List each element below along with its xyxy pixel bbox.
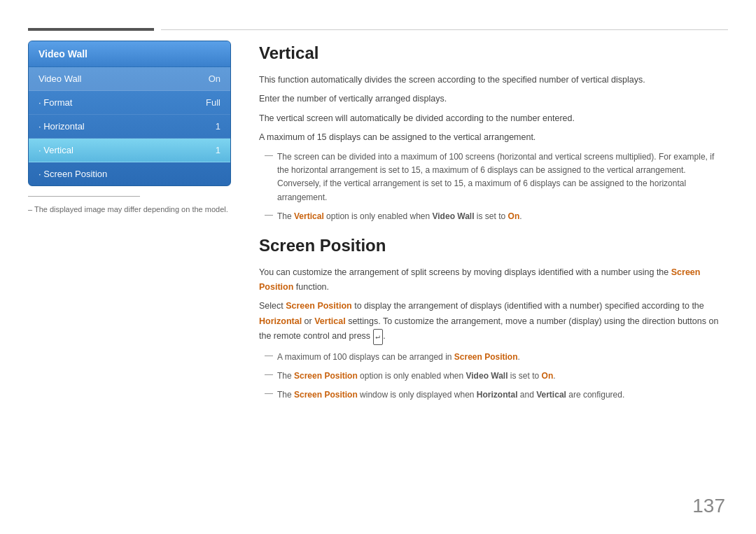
screenpos-note-c-content: The Screen Position window is only displ… [277, 388, 624, 402]
on-keyword2: On [542, 371, 554, 381]
menu-item-format[interactable]: · Format Full [29, 91, 230, 115]
screenpos-note-keyword: Screen Position [454, 352, 518, 362]
vertical-note1: — The screen can be divided into a maxim… [259, 150, 728, 204]
menu-item-vertical-label: · Vertical [38, 145, 74, 155]
vertical-note1-content: The screen can be divided into a maximum… [277, 150, 728, 204]
menu-container: Video Wall Video Wall On · Format Full ·… [28, 41, 231, 186]
menu-item-format-value: Full [206, 97, 220, 108]
menu-item-videowall[interactable]: Video Wall On [29, 67, 230, 91]
screenpos-note-c: — The Screen Position window is only dis… [259, 388, 728, 402]
screenpos-note-b-keyword: Screen Position [294, 371, 358, 381]
page-layout: Video Wall Video Wall On · Format Full ·… [28, 41, 728, 414]
menu-item-horizontal-value: 1 [216, 121, 220, 132]
enter-icon: ↵ [373, 329, 384, 345]
screenpos-keyword2: Screen Position [286, 301, 351, 311]
videowall-keyword2: Video Wall [466, 371, 508, 381]
screenpos-note-c-dash: — [265, 388, 273, 398]
vertical-keyword: Vertical [294, 211, 324, 221]
menu-header: Video Wall [29, 41, 230, 67]
vertical-note2-dash: — [265, 210, 273, 220]
menu-item-format-label: · Format [38, 97, 72, 108]
vertical-note2: — The Vertical option is only enabled wh… [259, 210, 728, 223]
horizontal-keyword: Horizontal [259, 316, 302, 326]
vertical-note2-content: The Vertical option is only enabled when… [277, 210, 522, 223]
screenpos-note-b-dash: — [265, 370, 273, 379]
vertical-para2: Enter the number of vertically arranged … [259, 92, 728, 106]
horizontal-keyword2: Horizontal [477, 390, 518, 400]
menu-item-horizontal[interactable]: · Horizontal 1 [29, 115, 230, 139]
top-bar [28, 28, 728, 34]
videowall-keyword: Video Wall [433, 211, 475, 221]
menu-item-videowall-label: Video Wall [38, 73, 81, 84]
menu-item-horizontal-label: · Horizontal [38, 121, 85, 132]
screenpos-note-a-content: A maximum of 100 displays can be arrange… [277, 351, 520, 364]
menu-item-videowall-value: On [209, 73, 220, 84]
menu-item-vertical-value: 1 [216, 145, 220, 155]
screenpos-note-b: — The Screen Position option is only ena… [259, 370, 728, 383]
vertical-para1: This function automatically divides the … [259, 73, 728, 87]
left-panel: Video Wall Video Wall On · Format Full ·… [28, 41, 231, 414]
vertical-para4: A maximum of 15 displays can be assigned… [259, 130, 728, 145]
vertical-para3: The vertical screen will automatically b… [259, 111, 728, 126]
page-number: 137 [692, 495, 725, 517]
menu-item-vertical[interactable]: · Vertical 1 [29, 139, 230, 162]
top-bar-accent [28, 28, 154, 31]
section-screenposition: Screen Position You can customize the ar… [259, 236, 728, 402]
menu-item-screenposition-label: · Screen Position [38, 169, 107, 179]
top-bar-line [161, 29, 728, 30]
on-keyword: On [508, 211, 520, 221]
vertical-note1-dash: — [265, 150, 273, 160]
screenpos-note-a: — A maximum of 100 displays can be arran… [259, 351, 728, 364]
screenpos-note-c-keyword: Screen Position [294, 390, 358, 400]
sidebar-divider [28, 196, 140, 197]
vertical-keyword2: Vertical [314, 316, 345, 326]
right-content: Vertical This function automatically div… [259, 41, 728, 414]
screenpos-note-b-content: The Screen Position option is only enabl… [277, 370, 556, 383]
screenpos-note-a-dash: — [265, 351, 273, 360]
section-screenposition-title: Screen Position [259, 236, 728, 255]
screenpos-para2: Select Screen Position to display the ar… [259, 299, 728, 344]
section-vertical: Vertical This function automatically div… [259, 43, 728, 223]
screenpos-para1: You can customize the arrangement of spl… [259, 265, 728, 295]
screenpos-keyword1: Screen Position [259, 267, 700, 292]
sidebar-note: – The displayed image may differ dependi… [28, 204, 231, 216]
section-vertical-title: Vertical [259, 43, 728, 63]
vertical-keyword3: Vertical [536, 390, 566, 400]
menu-item-screenposition[interactable]: · Screen Position [29, 162, 230, 185]
